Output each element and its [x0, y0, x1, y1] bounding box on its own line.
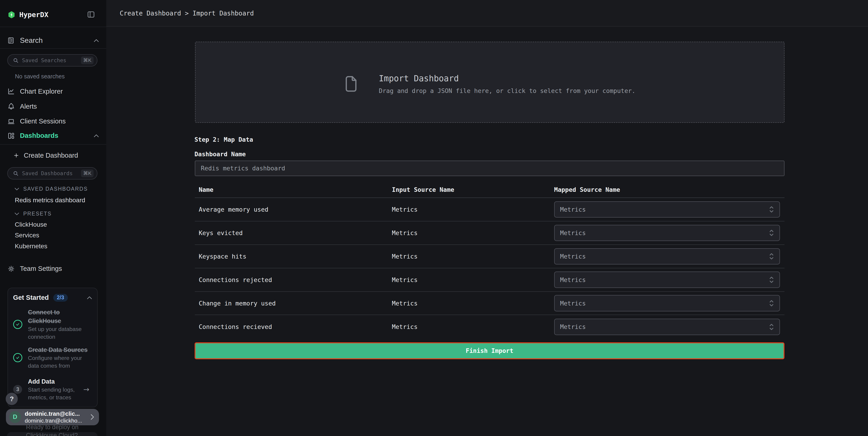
saved-dashboards-group-header[interactable]: SAVED DASHBOARDS — [14, 185, 88, 193]
avatar: D — [9, 411, 21, 423]
select-value: Metrics — [560, 276, 769, 283]
sidebar-item-chart-explorer[interactable]: Chart Explorer — [7, 85, 99, 98]
shortcut-badge: ⌘K — [81, 57, 94, 64]
get-started-step-sources[interactable]: Create Data Sources Configure where your… — [13, 346, 92, 370]
search-icon — [13, 170, 19, 177]
laptop-icon — [7, 118, 15, 125]
user-email: dominic.tran@clickho... — [25, 417, 90, 424]
nav-label: Alerts — [20, 103, 37, 110]
import-dropzone[interactable]: Import Dashboard Drag and drop a JSON fi… — [195, 42, 784, 122]
select-chevrons-icon — [769, 229, 774, 237]
column-header: Input Source Name — [388, 186, 550, 193]
cell-input-source: Metrics — [388, 206, 550, 213]
help-button[interactable]: ? — [6, 393, 18, 405]
chevron-up-icon[interactable] — [87, 295, 92, 300]
select-value: Metrics — [560, 323, 769, 330]
nav-label: Dashboards — [20, 132, 59, 139]
file-icon — [344, 75, 358, 93]
sidebar: HyperDX Search Saved Sea — [0, 0, 106, 436]
mapped-source-select[interactable]: Metrics — [554, 225, 780, 241]
step-subtitle: Start sending logs, metrics, or traces — [28, 386, 83, 401]
dropzone-subtitle: Drag and drop a JSON file here, or click… — [379, 87, 636, 94]
create-dashboard-button[interactable]: Create Dashboard — [13, 149, 96, 162]
team-settings-label: Team Settings — [20, 265, 62, 272]
progress-badge: 2/3 — [53, 294, 68, 301]
shortcut-badge: ⌘K — [81, 170, 94, 177]
user-name: dominic.tran@clic... — [25, 410, 90, 417]
step-subtitle: Set up your database connection — [28, 325, 90, 341]
cell-name: Connections recieved — [195, 323, 388, 330]
no-saved-searches-text: No saved searches — [15, 73, 65, 80]
check-circle-icon — [13, 353, 22, 362]
mapping-table: Name Input Source Name Mapped Source Nam… — [195, 182, 784, 339]
chevron-up-icon — [94, 38, 99, 42]
column-header: Name — [195, 186, 388, 193]
gear-icon — [7, 265, 15, 273]
mapped-source-select[interactable]: Metrics — [554, 295, 780, 311]
plus-icon — [13, 152, 19, 158]
step-title: Connect to ClickHouse — [28, 308, 90, 325]
saved-searches-input[interactable]: Saved Searches ⌘K — [7, 54, 97, 66]
cell-name: Connections rejected — [195, 276, 388, 283]
sidebar-item-client-sessions[interactable]: Client Sessions — [7, 115, 99, 128]
sidebar-item-dashboards[interactable]: Dashboards — [7, 129, 99, 142]
select-chevrons-icon — [769, 275, 774, 284]
cell-name: Average memory used — [195, 206, 388, 213]
select-value: Metrics — [560, 300, 769, 307]
get-started-card: Get Started 2/3 Connect to ClickHouse Se… — [7, 288, 98, 407]
search-section-label: Search — [20, 36, 43, 45]
get-started-step-connect[interactable]: Connect to ClickHouse Set up your databa… — [13, 308, 92, 341]
chevron-down-icon — [14, 187, 19, 191]
mapped-source-select[interactable]: Metrics — [554, 319, 780, 335]
nav-label: Chart Explorer — [20, 88, 63, 95]
cell-name: Keyspace hits — [195, 253, 388, 260]
sidebar-item-redis-dashboard[interactable]: Redis metrics dashboard — [15, 196, 85, 204]
sidebar-item-services-preset[interactable]: Services — [15, 231, 39, 239]
finish-import-button[interactable]: Finish Import — [194, 342, 784, 359]
mapping-table-body: Average memory usedMetricsMetricsKeys ev… — [195, 198, 784, 339]
check-circle-icon — [13, 320, 22, 329]
cell-input-source: Metrics — [388, 229, 550, 236]
chevron-up-icon — [94, 134, 99, 138]
sidebar-item-team-settings[interactable]: Team Settings — [7, 262, 99, 275]
nav-label: Client Sessions — [20, 118, 66, 125]
sidebar-collapse-button[interactable] — [87, 11, 95, 18]
column-header: Mapped Source Name — [550, 186, 784, 193]
cell-input-source: Metrics — [388, 253, 550, 260]
breadcrumb: Create Dashboard > Import Dashboard — [120, 9, 254, 17]
sidebar-item-clickhouse-preset[interactable]: ClickHouse — [15, 221, 47, 229]
table-row: Keyspace hitsMetricsMetrics — [195, 245, 784, 268]
mapped-source-select[interactable]: Metrics — [554, 271, 780, 288]
select-chevrons-icon — [769, 299, 774, 307]
main-content: Create Dashboard > Import Dashboard Impo… — [106, 0, 868, 436]
search-section-icon — [7, 37, 14, 44]
mapped-source-select[interactable]: Metrics — [554, 248, 780, 265]
sidebar-item-search[interactable]: Search — [7, 33, 99, 48]
select-value: Metrics — [560, 206, 769, 213]
mapped-source-select[interactable]: Metrics — [554, 201, 780, 218]
dashboard-name-input[interactable] — [195, 161, 784, 176]
dashboard-name-label: Dashboard Name — [194, 151, 246, 157]
user-menu[interactable]: D dominic.tran@clic... dominic.tran@clic… — [6, 409, 99, 425]
select-value: Metrics — [560, 229, 769, 236]
table-header: Name Input Source Name Mapped Source Nam… — [195, 182, 784, 198]
create-dashboard-label: Create Dashboard — [24, 152, 78, 159]
saved-dashboards-input[interactable]: Saved Dashboards ⌘K — [7, 167, 97, 179]
get-started-step-add-data[interactable]: 3 Add Data Start sending logs, metrics, … — [13, 377, 92, 401]
select-value: Metrics — [560, 253, 769, 260]
cell-input-source: Metrics — [388, 323, 550, 330]
preset-link-label: Services — [15, 232, 39, 239]
app-title: HyperDX — [19, 11, 49, 19]
sidebar-item-kubernetes-preset[interactable]: Kubernetes — [15, 242, 47, 250]
search-icon — [13, 57, 19, 63]
app-logo[interactable]: HyperDX — [8, 9, 49, 20]
presets-header-label: PRESETS — [23, 211, 52, 217]
select-chevrons-icon — [769, 205, 774, 213]
presets-group-header[interactable]: PRESETS — [14, 210, 52, 218]
preset-link-label: Kubernetes — [15, 242, 47, 250]
table-row: Average memory usedMetricsMetrics — [195, 198, 784, 222]
step-number-badge: 3 — [13, 385, 22, 394]
get-started-title: Get Started — [13, 294, 49, 301]
sidebar-item-alerts[interactable]: Alerts — [7, 100, 99, 113]
step-title: Create Data Sources — [28, 346, 90, 354]
